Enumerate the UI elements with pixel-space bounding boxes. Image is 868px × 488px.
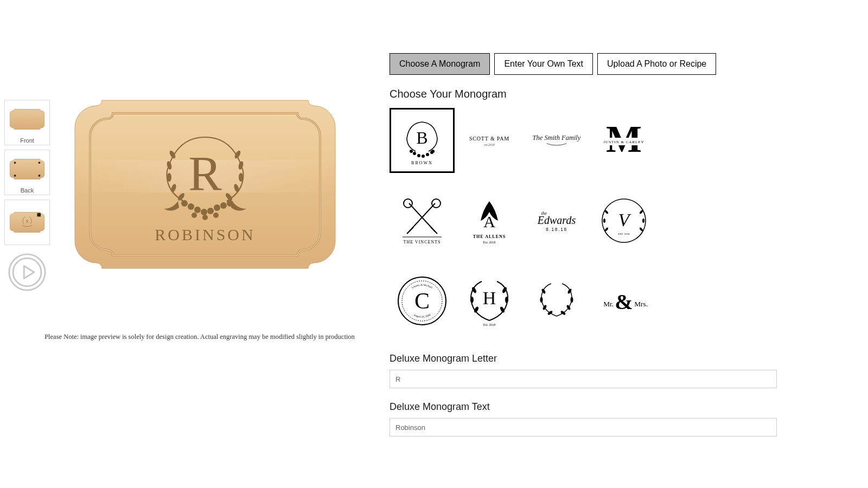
monogram-circle-c-icon: C Leanne & Michael August 26, 2000 [395,274,449,328]
monogram-grid: B BROWN SCOTT & PAM est.2018 The Smith F… [390,108,858,333]
svg-text:Mrs.: Mrs. [634,300,648,308]
thumbnail-front[interactable]: Front [4,100,50,145]
monogram-option-split-m[interactable]: M JUSTIN & CARLEY [591,108,656,173]
monogram-option-laurel-b[interactable]: B BROWN [390,108,455,173]
svg-point-19 [188,203,194,210]
svg-point-28 [202,215,208,220]
monogram-option-scott-pam[interactable]: SCOTT & PAM est.2018 [457,108,522,173]
monogram-split-m-icon: M JUSTIN & CARLEY [597,116,651,165]
preview-disclaimer: Please Note: image preview is solely for… [37,333,362,341]
thumbnail-front-label: Front [20,137,34,144]
svg-text:EST. 2018: EST. 2018 [618,233,630,235]
svg-point-23 [214,204,220,211]
svg-point-25 [181,200,188,207]
thumbnail-rail: Front Back [4,100,50,295]
svg-text:Est. 2018: Est. 2018 [483,323,496,326]
svg-point-63 [642,219,644,223]
svg-point-76 [505,297,508,303]
svg-point-3 [38,175,40,177]
monogram-laurel-v-icon: V EST. 2018 [597,194,651,248]
svg-text:Est. 2018: Est. 2018 [483,241,496,244]
monogram-option-keys[interactable]: THE VINCENTS [390,188,455,253]
monogram-laurel-h-icon: H Est. 2018 [462,274,516,328]
svg-text:BROWN: BROWN [411,160,433,165]
monogram-letter-label: Deluxe Monogram Letter [390,353,858,364]
svg-point-29 [213,213,219,218]
svg-point-0 [14,162,16,164]
svg-point-38 [431,150,435,153]
svg-text:H: H [483,288,496,308]
svg-text:The Smith Family: The Smith Family [533,134,581,142]
svg-point-16 [239,173,243,182]
svg-text:est.2018: est.2018 [484,143,495,146]
svg-point-37 [410,150,413,153]
svg-point-27 [192,213,197,218]
svg-point-33 [417,154,420,157]
svg-text:August 26, 2000: August 26, 2000 [413,313,431,319]
svg-point-34 [422,155,425,158]
svg-point-20 [194,207,201,213]
monogram-scott-pam-icon: SCOTT & PAM est.2018 [462,131,516,149]
monogram-option-laurel-v[interactable]: V EST. 2018 [591,188,656,253]
svg-text:ROBINSON: ROBINSON [155,226,255,243]
svg-text:B: B [416,128,427,147]
svg-text:SCOTT & PAM: SCOTT & PAM [469,136,509,142]
svg-point-21 [201,209,207,215]
svg-text:Edwards: Edwards [537,214,576,226]
monogram-option-ornate-a[interactable]: A THE ALLENS Est. 2018 [457,188,522,253]
thumbnail-video[interactable] [4,249,50,295]
svg-point-2 [14,175,16,177]
tab-choose-monogram[interactable]: Choose A Monogram [390,53,490,75]
monogram-option-circle-c[interactable]: C Leanne & Michael August 26, 2000 [390,268,455,333]
product-preview-panel: Front Back [4,11,373,488]
svg-text:S: S [26,219,28,224]
monogram-laurel-plain-icon [529,274,584,328]
monogram-letter-group: Deluxe Monogram Letter [390,353,858,388]
monogram-letter-input[interactable] [390,370,777,388]
monogram-option-mr-mrs[interactable]: Mr. & Mrs. [591,268,656,333]
svg-point-24 [220,202,227,209]
svg-text:V: V [618,210,632,230]
svg-point-11 [167,173,171,182]
board-sample-icon: S [9,210,45,234]
tab-enter-text[interactable]: Enter Your Own Text [494,53,593,75]
svg-point-7 [13,258,41,286]
thumbnail-back[interactable]: Back [4,150,50,195]
thumbnail-back-label: Back [21,187,34,194]
svg-point-32 [413,152,416,155]
svg-text:THE ALLENS: THE ALLENS [473,234,506,239]
svg-text:R: R [188,146,222,201]
monogram-option-laurel-plain[interactable] [524,268,589,333]
svg-point-1 [38,162,40,164]
svg-text:8.18.18: 8.18.18 [546,227,567,232]
monogram-keys-icon: THE VINCENTS [395,194,449,248]
monogram-option-laurel-h[interactable]: H Est. 2018 [457,268,522,333]
monogram-smith-family-icon: The Smith Family [529,129,584,152]
svg-point-81 [540,297,543,303]
svg-text:JUSTIN & CARLEY: JUSTIN & CARLEY [603,140,644,144]
monogram-ornate-a-icon: A THE ALLENS Est. 2018 [462,194,516,248]
tab-upload[interactable]: Upload A Photo or Recipe [597,53,716,75]
svg-point-60 [603,219,605,223]
monogram-laurel-b-icon: B BROWN [395,113,449,168]
board-back-icon [9,157,45,181]
thumbnail-design-sample[interactable]: S [4,200,50,245]
main-preview: R ROBINSON [53,54,357,314]
monogram-option-smith-family[interactable]: The Smith Family [524,108,589,173]
monogram-text-input[interactable] [390,418,777,436]
svg-point-22 [207,208,214,214]
svg-point-85 [571,297,573,303]
option-tabs: Choose A Monogram Enter Your Own Text Up… [390,53,858,75]
board-front-icon [9,107,45,131]
svg-point-6 [9,254,45,290]
svg-point-73 [470,297,474,303]
svg-rect-5 [37,213,41,217]
svg-text:C: C [414,288,430,313]
monogram-option-edwards[interactable]: the Edwards 8.18.18 [524,188,589,253]
svg-point-49 [404,199,412,208]
svg-text:&: & [615,290,633,314]
svg-text:A: A [483,213,495,230]
svg-text:THE VINCENTS: THE VINCENTS [404,240,441,245]
monogram-text-label: Deluxe Monogram Text [390,401,858,413]
customization-panel: Choose A Monogram Enter Your Own Text Up… [373,11,858,488]
